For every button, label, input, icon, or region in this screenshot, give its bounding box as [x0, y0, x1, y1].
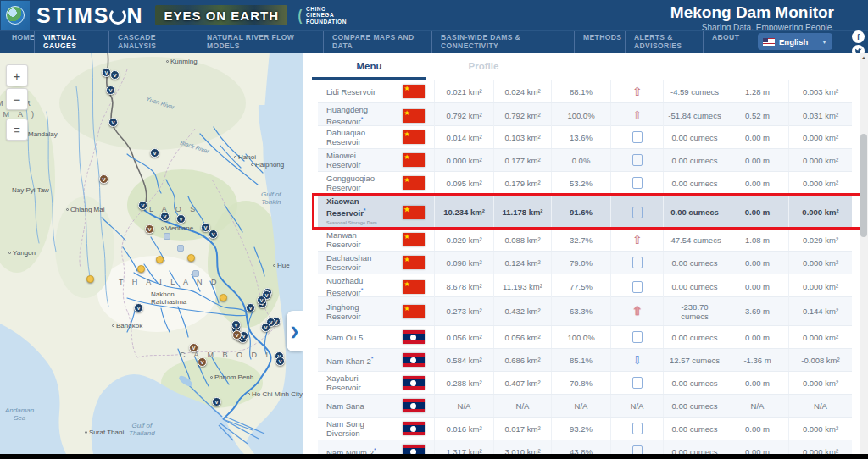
cell-pct: 32.7% [552, 229, 611, 251]
gauge-marker-navy[interactable]: V [257, 296, 266, 305]
gauge-marker-navy[interactable]: V [275, 357, 285, 366]
eyes-on-earth-logo[interactable]: EYES ON EARTH [155, 5, 287, 25]
gauge-marker-navy[interactable]: V [246, 303, 255, 312]
gauge-marker-navy[interactable]: V [209, 230, 218, 239]
facebook-icon[interactable]: f [852, 30, 865, 43]
cell-trend [611, 172, 664, 194]
gauge-marker-navy[interactable]: V [212, 397, 221, 406]
gauge-marker-navy[interactable]: V [261, 323, 270, 332]
cell-level: 0.00 m [726, 326, 789, 348]
gauge-marker-yellow[interactable] [156, 256, 164, 263]
gauge-marker-navy[interactable]: V [176, 214, 186, 224]
table-row[interactable]: Nam Khan 2*0.584 km²0.686 km²85.1%⇩12.57… [318, 349, 852, 372]
gauge-marker-navy[interactable]: V [110, 70, 120, 80]
table-row[interactable]: Miaowei Reservoir0.000 km²0.177 km²0.0%0… [318, 149, 852, 172]
nav-item-methods[interactable]: METHODS [574, 31, 625, 53]
language-select[interactable]: English ▼ [758, 33, 832, 50]
cell-capacity: 0.017 km² [494, 418, 552, 440]
gauge-marker-brown[interactable]: V [99, 174, 108, 184]
cell-trend [611, 149, 664, 171]
cell-change: 0.003 km² [789, 80, 852, 102]
table-row[interactable]: Xiaowan Reservoir*Seasonal Storage Dam10… [318, 195, 852, 229]
cell-trend [611, 372, 664, 394]
nav-item-about[interactable]: ABOUT [703, 31, 743, 53]
page-title: Mekong Dam Monitor [670, 3, 834, 22]
cell-level: 3.69 m [726, 297, 789, 325]
table-row[interactable]: Nuozhadu Reservoir*8.678 km²11.193 km²77… [318, 274, 852, 297]
nav-item-alerts-advisories[interactable]: ALERTS & ADVISORIES [625, 31, 703, 53]
nav-item-natural-river-flow-models[interactable]: NATURAL RIVER FLOW MODELS [198, 31, 323, 53]
cell-capacity: 0.024 km² [494, 80, 552, 102]
tab-profile[interactable]: Profile [426, 53, 541, 80]
cell-pct: 85.1% [552, 349, 611, 371]
nav-item-virtual-gauges[interactable]: VIRTUAL GAUGES [34, 31, 108, 53]
nav-item-basin-wide-dams-connectivity[interactable]: BASIN-WIDE DAMS & CONNECTIVITY [431, 31, 574, 53]
china-flag-icon [403, 233, 425, 246]
cell-pct: 53.2% [552, 172, 611, 194]
table-row[interactable]: Gongguoqiao Reservoir0.095 km²0.179 km²5… [318, 172, 852, 195]
trend-none-icon [632, 257, 643, 268]
nav-item-home[interactable]: HOME [0, 31, 34, 53]
gauge-marker-navy[interactable]: V [231, 320, 241, 329]
table-scrollbar[interactable]: ▲ [860, 53, 868, 454]
tab-menu[interactable]: Menu [312, 53, 426, 80]
table-row[interactable]: Nam Song Diversion0.016 km²0.017 km²93.2… [318, 418, 852, 440]
table-row[interactable]: Dachaoshan Reservoir0.098 km²0.124 km²79… [318, 252, 852, 274]
zoom-in-button[interactable]: + [6, 64, 28, 86]
china-flag-icon [403, 206, 425, 219]
table-row[interactable]: Xayaburi Reservoir0.288 km²0.407 km²70.8… [318, 372, 852, 395]
river-tag [177, 245, 184, 252]
gauge-marker-navy[interactable]: V [138, 201, 147, 210]
cell-pct: N/A [552, 395, 611, 417]
china-flag-icon [403, 109, 425, 123]
panel-collapse-button[interactable]: ❯ [287, 311, 303, 351]
gauge-marker-navy[interactable]: V [160, 212, 170, 221]
stimson-globe-logo[interactable] [1, 1, 30, 30]
gauge-marker-brown[interactable]: V [189, 343, 198, 352]
gauge-marker-brown[interactable]: V [145, 224, 154, 234]
chino-cienega-logo[interactable]: ( CHINO CIENEGA FOUNDATION [298, 6, 347, 25]
trend-none-icon [632, 377, 643, 389]
cell-current: 1.317 km² [435, 440, 494, 454]
china-flag-icon [403, 256, 425, 269]
cell-level: 0.00 m [726, 126, 789, 148]
cell-change: -0.008 km² [789, 349, 852, 371]
table-row[interactable]: Jinghong Reservoir0.273 km²0.432 km²63.3… [318, 297, 852, 326]
stimson-wordmark[interactable]: STIMSN [36, 3, 143, 28]
table-row[interactable]: Dahuaqiao Reservoir0.014 km²0.103 km²13.… [318, 126, 852, 149]
basin-map[interactable]: KunmingMandalayNay Pyi TawM A R( M A )Ha… [0, 53, 303, 454]
cell-trend [611, 326, 664, 348]
scrollbar-thumb[interactable] [860, 134, 867, 237]
gauge-marker-yellow[interactable] [86, 275, 94, 283]
gauge-marker-yellow[interactable] [187, 254, 195, 262]
nav-item-compare-maps-and-data[interactable]: COMPARE MAPS AND DATA [323, 31, 431, 53]
map-layers-button[interactable]: ≡ [6, 119, 28, 141]
laos-flag-icon [403, 330, 425, 344]
table-row[interactable]: Manwan Reservoir0.029 km²0.088 km²32.7%⇧… [318, 229, 852, 252]
table-row[interactable]: Nam SanaN/AN/AN/AN/A0.00 cumecsN/AN/A [318, 395, 852, 418]
cell-level: -1.36 m [726, 349, 789, 371]
cell-level: 1.08 m [726, 229, 789, 251]
gauge-marker-navy[interactable]: V [150, 148, 159, 158]
gauge-marker-navy[interactable]: V [134, 303, 143, 312]
gauge-marker-navy[interactable]: V [108, 118, 118, 127]
scrollbar-up-arrow-icon[interactable]: ▲ [860, 53, 868, 63]
table-row[interactable]: Huangdeng Reservoir*0.792 km²0.792 km²10… [318, 103, 852, 126]
gauge-marker-navy[interactable]: V [106, 86, 115, 95]
gauge-marker-brown[interactable]: V [198, 357, 207, 367]
nav-item-cascade-analysis[interactable]: CASCADE ANALYSIS [108, 31, 198, 53]
cell-pct: 63.3% [552, 297, 611, 325]
cell-pct: 93.2% [552, 418, 611, 440]
gauge-marker-brown[interactable]: V [232, 330, 242, 340]
cell-level: 0.00 m [726, 274, 789, 299]
table-row[interactable]: Nam Ngum 2*1.317 km²3.010 km²43.8%0.00 c… [318, 440, 852, 454]
table-row[interactable]: Lidi Reservoir0.021 km²0.024 km²88.1%⇧-4… [318, 80, 852, 103]
reservoir-note: Seasonal Storage Dam [326, 218, 377, 228]
table-row[interactable]: Nam Ou 50.056 km²0.056 km²100.0%0.00 cum… [318, 326, 852, 349]
gauge-marker-yellow[interactable] [220, 294, 227, 301]
cell-trend: ⇧ [611, 297, 664, 325]
gauge-marker-yellow[interactable] [137, 265, 145, 273]
cell-change: 0.000 km² [789, 440, 852, 454]
zoom-out-button[interactable]: − [6, 88, 28, 110]
cell-cumecs: 0.00 cumecs [664, 149, 726, 171]
